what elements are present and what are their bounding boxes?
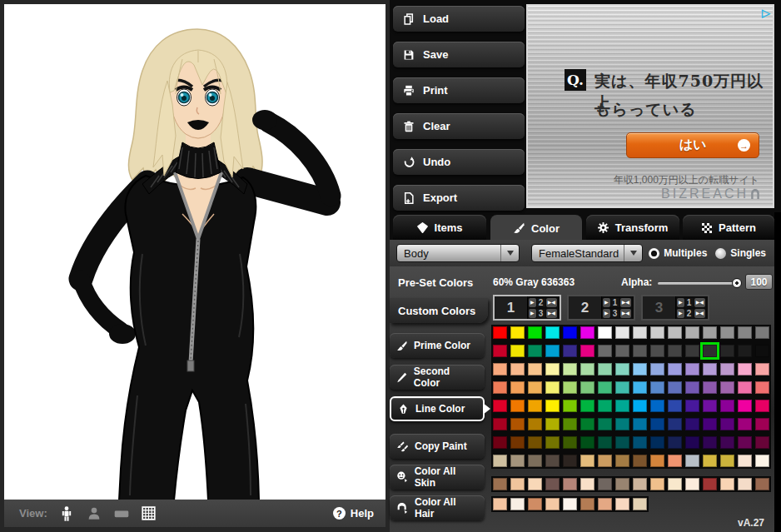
color-swatch[interactable]: [510, 436, 525, 449]
color-swatch[interactable]: [615, 345, 629, 357]
color-swatch[interactable]: [650, 363, 664, 375]
color-swatch[interactable]: [493, 478, 507, 490]
color-swatch[interactable]: [545, 478, 560, 490]
color-swatch[interactable]: [633, 478, 647, 490]
color-swatch[interactable]: [703, 478, 717, 490]
color-swatch[interactable]: [493, 363, 507, 375]
color-swatch[interactable]: [650, 478, 664, 490]
prime-color-button[interactable]: Prime Color: [390, 333, 485, 358]
color-swatch[interactable]: [685, 400, 699, 412]
color-swatch[interactable]: [755, 345, 769, 357]
color-swatch[interactable]: [493, 326, 507, 339]
color-swatch[interactable]: [563, 418, 577, 430]
undo-button[interactable]: Undo: [393, 149, 525, 175]
color-swatch[interactable]: [720, 363, 734, 375]
color-swatch[interactable]: [545, 345, 560, 357]
color-swatch[interactable]: [738, 418, 752, 430]
color-swatch[interactable]: [615, 363, 629, 375]
color-swatch[interactable]: [633, 363, 647, 375]
color-swatch[interactable]: [493, 400, 507, 412]
export-button[interactable]: Export: [393, 185, 525, 211]
color-swatch[interactable]: [528, 498, 542, 510]
swap-slot-button[interactable]: ▶◀: [620, 298, 631, 307]
color-swatch[interactable]: [668, 326, 682, 339]
color-all-skin-button[interactable]: Color All Skin: [390, 465, 485, 490]
character-canvas[interactable]: [4, 4, 386, 500]
save-button[interactable]: Save: [393, 42, 525, 67]
color-swatch[interactable]: [598, 381, 612, 394]
color-swatch[interactable]: [615, 400, 629, 412]
color-swatch[interactable]: [720, 326, 734, 339]
color-swatch[interactable]: [510, 326, 525, 339]
color-swatch[interactable]: [510, 478, 525, 490]
color-slot-3[interactable]: 3 ▶ 1 ▶◀ ▶ 2 ▶◀: [641, 295, 709, 321]
color-swatch[interactable]: [633, 498, 647, 510]
color-swatch[interactable]: [598, 363, 612, 375]
color-swatch[interactable]: [563, 381, 577, 394]
color-swatch[interactable]: [650, 381, 664, 394]
color-swatch[interactable]: [650, 436, 664, 449]
load-button[interactable]: Load: [393, 6, 525, 32]
color-swatch[interactable]: [703, 436, 717, 449]
color-swatch[interactable]: [528, 326, 542, 339]
color-swatch[interactable]: [703, 455, 717, 467]
color-swatch[interactable]: [720, 478, 734, 490]
color-swatch[interactable]: [755, 455, 769, 467]
color-swatch[interactable]: [633, 345, 647, 357]
color-swatch[interactable]: [493, 345, 507, 357]
swap-slot-button[interactable]: ▶◀: [620, 309, 631, 318]
color-swatch[interactable]: [685, 436, 699, 449]
color-swatch[interactable]: [510, 418, 525, 430]
color-swatch[interactable]: [545, 381, 560, 394]
color-swatch[interactable]: [668, 436, 682, 449]
color-swatch[interactable]: [703, 400, 717, 412]
color-swatch[interactable]: [580, 400, 594, 412]
swap-slot-button[interactable]: ▶◀: [546, 309, 557, 318]
swap-slot-button[interactable]: ▶◀: [694, 309, 705, 318]
color-swatch[interactable]: [720, 455, 734, 467]
color-swatch[interactable]: [755, 400, 769, 412]
color-swatch[interactable]: [720, 418, 734, 430]
color-swatch[interactable]: [720, 381, 734, 394]
color-swatch[interactable]: [528, 455, 542, 467]
color-swatch[interactable]: [528, 418, 542, 430]
color-swatch[interactable]: [738, 478, 752, 490]
color-swatch[interactable]: [650, 326, 664, 339]
alpha-slider-knob[interactable]: [732, 278, 742, 288]
color-swatch[interactable]: [755, 436, 769, 449]
color-swatch[interactable]: [563, 455, 577, 467]
color-swatch[interactable]: [633, 436, 647, 449]
color-swatch[interactable]: [685, 345, 699, 357]
color-swatch[interactable]: [510, 400, 525, 412]
color-swatch[interactable]: [633, 455, 647, 467]
color-swatch[interactable]: [703, 381, 717, 394]
clear-button[interactable]: Clear: [393, 113, 525, 139]
color-swatch[interactable]: [545, 498, 560, 510]
color-swatch[interactable]: [668, 400, 682, 412]
color-swatch[interactable]: [580, 478, 594, 490]
color-swatch[interactable]: [528, 381, 542, 394]
color-swatch[interactable]: [720, 345, 734, 357]
color-swatch[interactable]: [580, 436, 594, 449]
color-swatch[interactable]: [685, 381, 699, 394]
color-swatch[interactable]: [580, 363, 594, 375]
color-swatch[interactable]: [563, 326, 577, 339]
color-swatch[interactable]: [738, 436, 752, 449]
color-swatch[interactable]: [493, 381, 507, 394]
copy-to-slot-button[interactable]: ▶: [603, 309, 610, 318]
multiples-radio[interactable]: Multiples: [649, 247, 707, 259]
copy-paint-button[interactable]: Copy Paint: [390, 434, 485, 459]
color-swatch[interactable]: [598, 326, 612, 339]
color-swatch[interactable]: [563, 436, 577, 449]
color-swatch[interactable]: [563, 478, 577, 490]
alpha-slider[interactable]: [658, 282, 738, 285]
color-swatch[interactable]: [580, 381, 594, 394]
swap-slot-button[interactable]: ▶◀: [694, 298, 705, 307]
color-swatch[interactable]: [510, 498, 525, 510]
color-swatch[interactable]: [650, 400, 664, 412]
copy-to-slot-button[interactable]: ▶: [677, 309, 684, 318]
color-swatch[interactable]: [598, 400, 612, 412]
view-bust-icon[interactable]: [86, 505, 102, 522]
color-swatch[interactable]: [668, 381, 682, 394]
ad-cta-button[interactable]: はい →: [626, 132, 759, 158]
